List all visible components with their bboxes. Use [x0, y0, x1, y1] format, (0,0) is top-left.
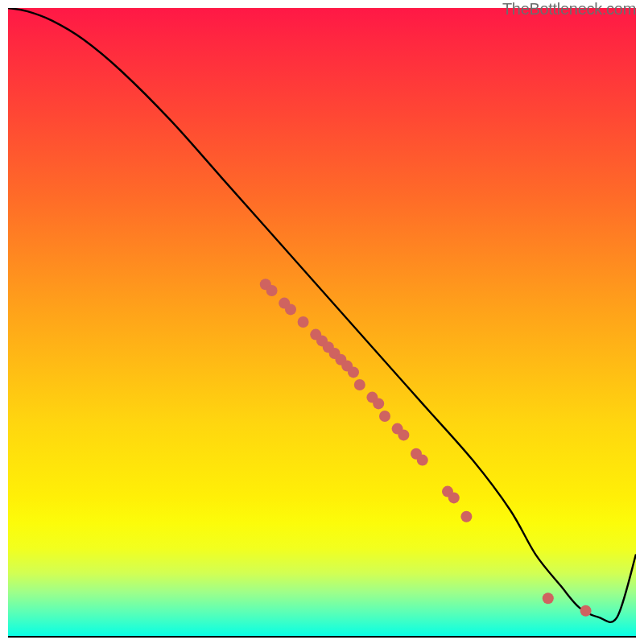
scatter-point — [379, 411, 390, 422]
chart-container: TheBottleneck.com — [0, 0, 644, 644]
scatter-group — [260, 279, 592, 617]
scatter-point — [417, 455, 428, 466]
scatter-point — [266, 285, 278, 296]
scatter-point — [448, 492, 460, 503]
attribution-label: TheBottleneck.com — [502, 0, 636, 19]
scatter-point — [543, 592, 554, 604]
scatter-point — [460, 511, 472, 522]
scatter-point — [398, 429, 409, 440]
curve-svg — [8, 8, 636, 636]
scatter-point — [354, 379, 365, 390]
scatter-point — [285, 303, 296, 315]
bottleneck-curve-path — [8, 8, 636, 622]
scatter-point — [298, 316, 309, 328]
plot-area — [8, 8, 636, 638]
scatter-point — [580, 605, 592, 617]
scatter-point — [373, 398, 384, 409]
scatter-point — [348, 366, 359, 378]
